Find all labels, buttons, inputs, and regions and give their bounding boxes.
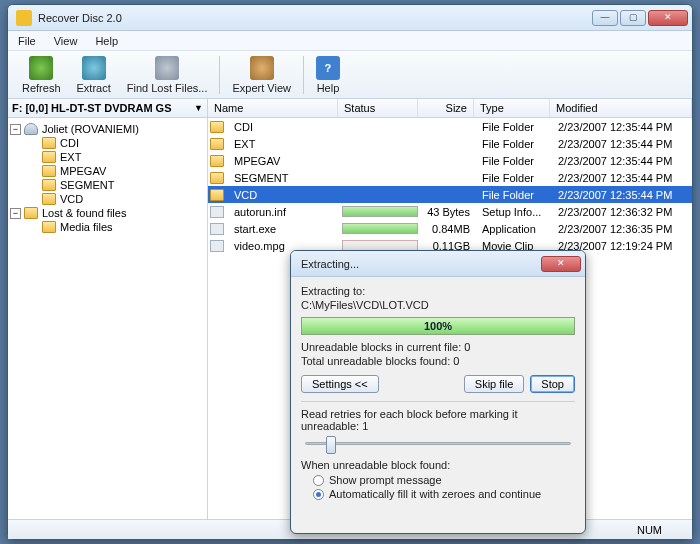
menu-file[interactable]: File (14, 33, 40, 49)
file-icon (210, 223, 224, 235)
detective-icon (250, 56, 274, 80)
extract-icon (82, 56, 106, 80)
list-header: Name Status Size Type Modified (208, 99, 692, 118)
retries-slider[interactable] (305, 442, 571, 445)
folder-icon (42, 179, 56, 191)
toolbar-separator (219, 56, 220, 94)
cell-type: File Folder (476, 172, 552, 184)
cell-type: Setup Info... (476, 206, 552, 218)
cell-name: SEGMENT (228, 172, 340, 184)
tree-node-media[interactable]: Media files (10, 220, 205, 234)
cell-modified: 2/23/2007 12:36:32 PM (552, 206, 692, 218)
dialog-title: Extracting... (295, 258, 541, 270)
window-title: Recover Disc 2.0 (36, 12, 592, 24)
help-button[interactable]: ?Help (308, 54, 348, 96)
drive-selector[interactable]: F: [0,0] HL-DT-ST DVDRAM GS ▼ (8, 99, 207, 118)
cell-modified: 2/23/2007 12:35:44 PM (552, 121, 692, 133)
stop-button[interactable]: Stop (530, 375, 575, 393)
folder-icon (42, 151, 56, 163)
col-size[interactable]: Size (418, 99, 474, 117)
table-row[interactable]: SEGMENTFile Folder2/23/2007 12:35:44 PM (208, 169, 692, 186)
cell-name: EXT (228, 138, 340, 150)
cell-type: File Folder (476, 155, 552, 167)
cell-modified: 2/23/2007 12:35:44 PM (552, 138, 692, 150)
titlebar[interactable]: Recover Disc 2.0 — ▢ ✕ (8, 5, 692, 31)
col-modified[interactable]: Modified (550, 99, 692, 117)
skip-file-button[interactable]: Skip file (464, 375, 525, 393)
radio-show-prompt[interactable]: Show prompt message (301, 473, 575, 487)
cell-modified: 2/23/2007 12:35:44 PM (552, 189, 692, 201)
cell-name: autorun.inf (228, 206, 340, 218)
tree-node-vcd[interactable]: VCD (10, 192, 205, 206)
folder-icon (210, 155, 224, 167)
refresh-button[interactable]: Refresh (14, 54, 69, 96)
table-row[interactable]: start.exe0.84MBApplication2/23/2007 12:3… (208, 220, 692, 237)
table-row[interactable]: CDIFile Folder2/23/2007 12:35:44 PM (208, 118, 692, 135)
cell-type: Application (476, 223, 552, 235)
find-lost-files-button[interactable]: Find Lost Files... (119, 54, 216, 96)
col-type[interactable]: Type (474, 99, 550, 117)
tree-node-lost-found[interactable]: −Lost & found files (10, 206, 205, 220)
cell-modified: 2/23/2007 12:35:44 PM (552, 155, 692, 167)
cell-type: File Folder (476, 189, 552, 201)
extracting-to-path: C:\MyFiles\VCD\LOT.VCD (301, 299, 575, 311)
menu-help[interactable]: Help (91, 33, 122, 49)
table-row[interactable]: VCDFile Folder2/23/2007 12:35:44 PM (208, 186, 692, 203)
cell-size: 43 Bytes (420, 206, 476, 218)
settings-button[interactable]: Settings << (301, 375, 379, 393)
table-row[interactable]: EXTFile Folder2/23/2007 12:35:44 PM (208, 135, 692, 152)
cell-name: VCD (228, 189, 340, 201)
help-icon: ? (316, 56, 340, 80)
minimize-button[interactable]: — (592, 10, 618, 26)
slider-thumb[interactable] (326, 436, 336, 454)
status-progress (342, 206, 418, 217)
drive-label: F: [0,0] HL-DT-ST DVDRAM GS (12, 102, 172, 114)
extracting-to-label: Extracting to: (301, 285, 575, 297)
folder-icon (210, 121, 224, 133)
cell-size: 0.84MB (420, 223, 476, 235)
tree-node-ext[interactable]: EXT (10, 150, 205, 164)
radio-icon (313, 475, 324, 486)
tree-node-cdi[interactable]: CDI (10, 136, 205, 150)
collapse-icon[interactable]: − (10, 124, 21, 135)
col-name[interactable]: Name (208, 99, 338, 117)
cell-type: File Folder (476, 121, 552, 133)
expert-view-button[interactable]: Expert View (224, 54, 299, 96)
folder-icon (42, 221, 56, 233)
tree-node-joliet[interactable]: −Joliet (ROVANIEMI) (10, 122, 205, 136)
file-icon (210, 240, 224, 252)
magnifier-icon (155, 56, 179, 80)
folder-icon (210, 189, 224, 201)
dialog-close-button[interactable]: ✕ (541, 256, 581, 272)
toolbar-separator (303, 56, 304, 94)
when-unreadable-label: When unreadable block found: (301, 459, 575, 471)
folder-tree: −Joliet (ROVANIEMI) CDI EXT MPEGAV SEGME… (8, 118, 207, 238)
table-row[interactable]: autorun.inf43 BytesSetup Info...2/23/200… (208, 203, 692, 220)
radio-icon (313, 489, 324, 500)
cell-type: File Folder (476, 138, 552, 150)
radio-auto-fill[interactable]: Automatically fill it with zeroes and co… (301, 487, 575, 501)
progress-bar: 100% (301, 317, 575, 335)
tree-pane: F: [0,0] HL-DT-ST DVDRAM GS ▼ −Joliet (R… (8, 99, 208, 519)
maximize-button[interactable]: ▢ (620, 10, 646, 26)
folder-icon (42, 165, 56, 177)
extract-button[interactable]: Extract (69, 54, 119, 96)
close-button[interactable]: ✕ (648, 10, 688, 26)
menu-view[interactable]: View (50, 33, 82, 49)
folder-icon (24, 207, 38, 219)
folder-icon (210, 138, 224, 150)
folder-icon (210, 172, 224, 184)
extracting-dialog: Extracting... ✕ Extracting to: C:\MyFile… (290, 250, 586, 534)
tree-node-mpegav[interactable]: MPEGAV (10, 164, 205, 178)
tree-node-segment[interactable]: SEGMENT (10, 178, 205, 192)
app-icon (16, 10, 32, 26)
dialog-titlebar[interactable]: Extracting... ✕ (291, 251, 585, 277)
num-lock-indicator: NUM (637, 524, 662, 536)
col-status[interactable]: Status (338, 99, 418, 117)
cell-modified: 2/23/2007 12:36:35 PM (552, 223, 692, 235)
refresh-icon (29, 56, 53, 80)
table-row[interactable]: MPEGAVFile Folder2/23/2007 12:35:44 PM (208, 152, 692, 169)
retries-label: Read retries for each block before marki… (301, 408, 575, 432)
collapse-icon[interactable]: − (10, 208, 21, 219)
status-progress (342, 223, 418, 234)
